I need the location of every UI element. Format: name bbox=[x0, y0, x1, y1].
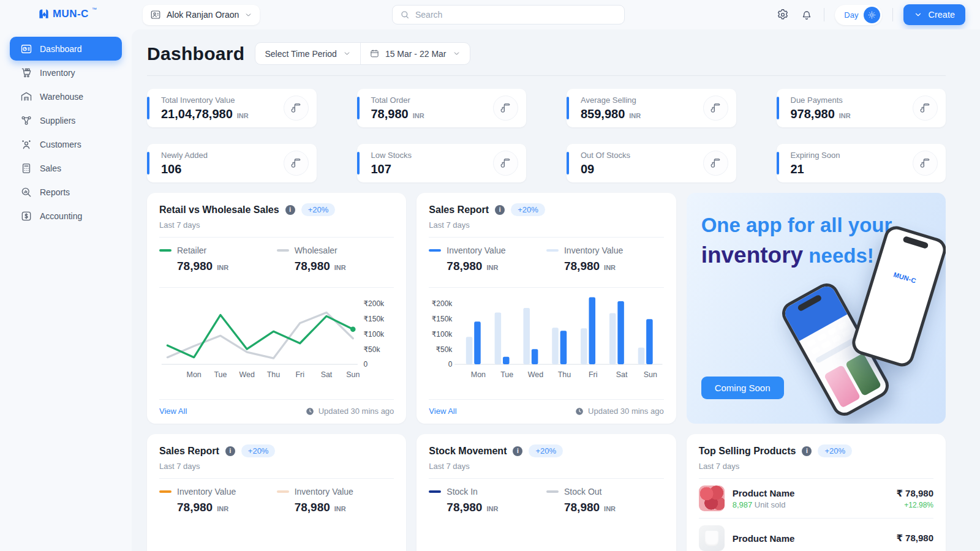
coming-soon-button[interactable]: Coming Soon bbox=[701, 377, 784, 399]
card-title: Sales Report bbox=[159, 446, 219, 457]
day-night-toggle[interactable]: Day bbox=[835, 5, 882, 25]
user-card-icon bbox=[150, 9, 161, 20]
svg-text:Thu: Thu bbox=[558, 370, 571, 379]
date-range-select[interactable]: 15 Mar - 22 Mar bbox=[360, 43, 470, 64]
svg-text:Mon: Mon bbox=[471, 370, 486, 379]
legend-swatch bbox=[429, 490, 441, 493]
stat-value: 21,04,78,980 bbox=[161, 107, 233, 121]
money-bag-icon bbox=[703, 96, 728, 121]
divider bbox=[824, 8, 824, 21]
create-button[interactable]: Create bbox=[903, 4, 965, 25]
chevron-down-icon bbox=[244, 11, 252, 19]
svg-text:₹100k: ₹100k bbox=[363, 330, 384, 339]
sidebar-item-label: Sales bbox=[40, 163, 61, 173]
sidebar-item-warehouse[interactable]: Warehouse bbox=[10, 84, 122, 108]
sidebar-item-customers[interactable]: Customers bbox=[10, 132, 122, 156]
stat-value: 78,980 bbox=[371, 107, 409, 121]
time-period-select[interactable]: Select Time Period bbox=[255, 43, 360, 64]
svg-text:₹50k: ₹50k bbox=[436, 345, 453, 354]
stat-value: 106 bbox=[161, 162, 181, 176]
retail-vs-wholesale-card: Retail vs Wholesale Sales i +20% Last 7 … bbox=[147, 193, 406, 424]
info-icon[interactable]: i bbox=[225, 446, 235, 456]
brand-name: MUN-C bbox=[53, 8, 89, 20]
chevron-down-icon bbox=[343, 50, 351, 58]
time-filter: Select Time Period 15 Mar - 22 Mar bbox=[255, 42, 470, 65]
legend-value: 78,980 bbox=[177, 260, 213, 273]
settings-button[interactable] bbox=[776, 8, 790, 21]
growth-badge: +20% bbox=[511, 203, 545, 216]
notifications-button[interactable] bbox=[800, 8, 813, 21]
legend-swatch bbox=[159, 490, 172, 493]
info-icon[interactable]: i bbox=[513, 446, 522, 456]
legend-value: 78,980 bbox=[295, 260, 330, 273]
reports-search-icon bbox=[20, 186, 32, 198]
search-input[interactable] bbox=[415, 10, 617, 20]
svg-text:Sun: Sun bbox=[644, 370, 657, 379]
sales-report-card: Sales Report i +20% Last 7 days Inventor… bbox=[417, 193, 676, 424]
sidebar: MUN-C ™ Dashboard Inventory Warehouse bbox=[0, 0, 132, 551]
card-subtitle: Last 7 days bbox=[429, 220, 663, 230]
sidebar-item-suppliers[interactable]: Suppliers bbox=[10, 108, 122, 132]
legend-unit: INR bbox=[604, 264, 616, 271]
topbar: Alok Ranjan Oraon Day bbox=[132, 0, 980, 29]
svg-text:0: 0 bbox=[448, 360, 453, 369]
view-all-link[interactable]: View All bbox=[159, 407, 187, 416]
legend-label: Wholesaler bbox=[295, 246, 337, 255]
legend-unit: INR bbox=[486, 264, 498, 271]
sidebar-item-inventory[interactable]: Inventory bbox=[10, 61, 122, 84]
info-icon[interactable]: i bbox=[495, 205, 505, 215]
legend-label: Inventory Value bbox=[295, 487, 353, 497]
stat-label: Expiring Soon bbox=[791, 151, 840, 160]
customers-icon bbox=[20, 138, 32, 151]
sidebar-item-sales[interactable]: Sales bbox=[10, 156, 122, 180]
card-title: Top Selling Products bbox=[699, 446, 796, 457]
sidebar-item-reports[interactable]: Reports bbox=[10, 180, 122, 204]
stat-value: 978,980 bbox=[791, 107, 835, 121]
gear-icon bbox=[776, 8, 790, 21]
units-sold-value: 8,987 bbox=[733, 500, 753, 509]
svg-text:Mon: Mon bbox=[187, 370, 202, 379]
accounting-icon bbox=[20, 210, 32, 222]
svg-text:Wed: Wed bbox=[239, 370, 255, 379]
svg-text:Wed: Wed bbox=[528, 370, 543, 379]
brand-tm: ™ bbox=[92, 7, 97, 12]
user-switcher[interactable]: Alok Ranjan Oraon bbox=[143, 5, 260, 25]
legend: Stock In 78,980INR Stock Out 78,980INR bbox=[429, 479, 663, 521]
legend-value: 78,980 bbox=[564, 260, 600, 273]
product-row[interactable]: Product Name ₹ 78,980 bbox=[699, 518, 933, 551]
retail-line-chart: ₹200k₹150k₹100k₹50k0MonTueWedThuFriSatSu… bbox=[159, 290, 394, 386]
brand-logo: MUN-C ™ bbox=[0, 8, 132, 20]
growth-badge: +20% bbox=[529, 444, 563, 457]
topbar-actions: Day Create bbox=[776, 4, 965, 25]
divider bbox=[159, 287, 394, 288]
svg-text:0: 0 bbox=[363, 360, 368, 369]
sales-report-card-2: Sales Report i +20% Last 7 days Inventor… bbox=[147, 434, 406, 551]
legend-label: Stock Out bbox=[564, 487, 601, 497]
bar-chart-area: ₹200k₹150k₹100k₹50k0MonTueWedThuFriSatSu… bbox=[429, 290, 663, 386]
sidebar-item-label: Reports bbox=[40, 187, 70, 197]
product-row[interactable]: Product Name 8,987 Unit sold ₹ 78,980 +1… bbox=[699, 479, 933, 518]
dashboard-icon bbox=[20, 43, 32, 55]
stat-unit: INR bbox=[413, 112, 424, 119]
money-bag-icon bbox=[284, 96, 309, 121]
stat-card-expiring-soon: Expiring Soon 21 bbox=[777, 144, 946, 182]
sidebar-item-dashboard[interactable]: Dashboard bbox=[10, 37, 122, 61]
svg-text:Sat: Sat bbox=[616, 370, 628, 379]
clock-icon bbox=[575, 407, 584, 416]
view-all-link[interactable]: View All bbox=[429, 407, 456, 416]
chevron-down-icon bbox=[914, 10, 922, 19]
sidebar-item-label: Dashboard bbox=[40, 44, 82, 54]
global-search bbox=[392, 5, 625, 24]
product-price: ₹ 78,980 bbox=[897, 533, 933, 544]
product-change: +12.98% bbox=[897, 501, 933, 509]
sidebar-item-accounting[interactable]: Accounting bbox=[10, 204, 122, 228]
stat-unit: INR bbox=[839, 112, 851, 119]
info-icon[interactable]: i bbox=[802, 446, 812, 456]
svg-text:Fri: Fri bbox=[589, 370, 598, 379]
stat-card-low-stocks: Low Stocks 107 bbox=[357, 144, 527, 182]
legend-value: 78,980 bbox=[295, 501, 330, 514]
legend-unit: INR bbox=[334, 264, 346, 271]
card-subtitle: Last 7 days bbox=[429, 462, 663, 471]
promo-card: One app for all your inventory needs! Co… bbox=[687, 193, 946, 424]
info-icon[interactable]: i bbox=[285, 205, 295, 215]
